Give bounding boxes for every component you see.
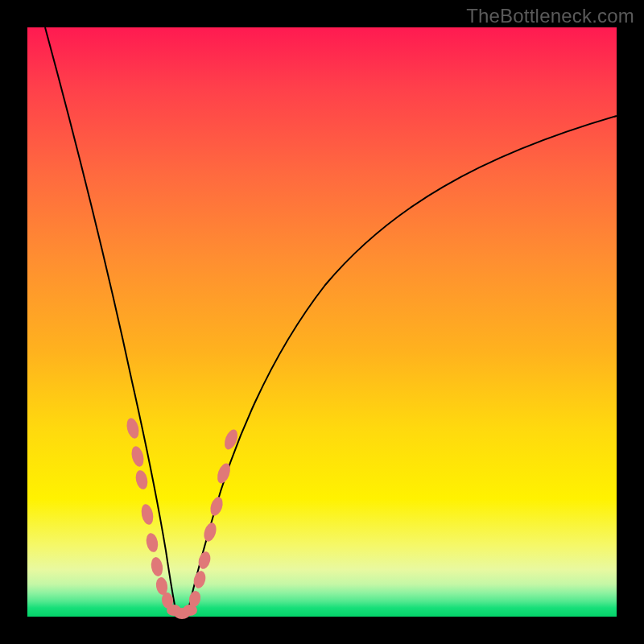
svg-point-1 <box>130 445 146 469</box>
svg-point-2 <box>134 469 149 491</box>
svg-point-3 <box>139 503 155 526</box>
chart-frame: TheBottleneck.com <box>0 0 644 644</box>
plot-area <box>27 27 617 617</box>
watermark-text: TheBottleneck.com <box>466 5 634 27</box>
svg-point-4 <box>145 532 159 553</box>
svg-point-15 <box>208 495 225 517</box>
marker-group <box>125 417 240 619</box>
chart-svg <box>27 27 617 617</box>
svg-point-0 <box>125 417 141 440</box>
svg-point-17 <box>222 427 240 451</box>
right-curve <box>187 116 617 617</box>
left-curve <box>45 27 177 617</box>
svg-point-14 <box>202 521 218 543</box>
svg-point-5 <box>150 556 164 577</box>
